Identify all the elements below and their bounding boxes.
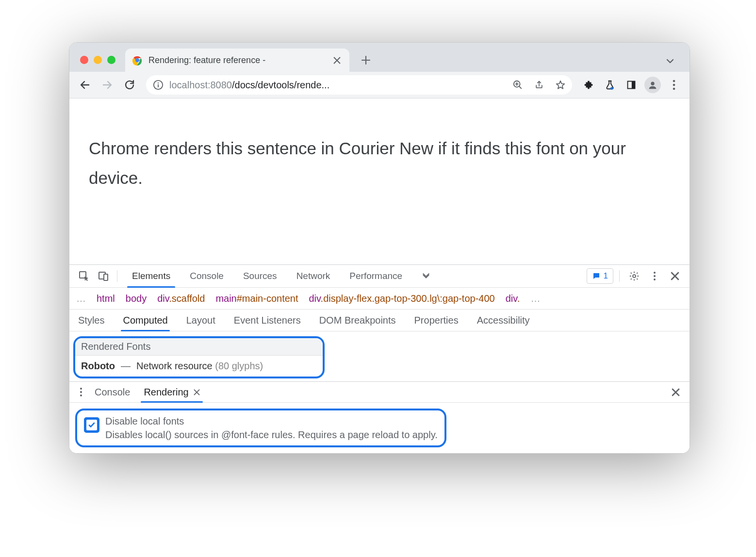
breadcrumb-ellipsis[interactable]: … xyxy=(76,293,86,304)
subtab-dom-breakpoints[interactable]: DOM Breakpoints xyxy=(317,310,398,331)
reload-button[interactable] xyxy=(120,75,139,95)
settings-icon[interactable] xyxy=(625,267,643,285)
disable-local-fonts-option[interactable]: Disable local fonts Disables local() sou… xyxy=(75,409,446,447)
page-text: Chrome renders this sentence in Courier … xyxy=(89,133,670,193)
svg-rect-9 xyxy=(632,82,635,89)
tab-elements[interactable]: Elements xyxy=(122,265,180,287)
svg-rect-16 xyxy=(104,274,108,280)
issues-count: 1 xyxy=(604,271,608,281)
subtab-accessibility[interactable]: Accessibility xyxy=(475,310,532,331)
svg-rect-4 xyxy=(158,84,159,87)
url-text: localhost:8080/docs/devtools/rende... xyxy=(169,80,504,91)
panel-icon[interactable] xyxy=(622,75,641,95)
device-toolbar-button[interactable] xyxy=(95,267,112,285)
svg-point-23 xyxy=(80,394,82,396)
devtools-topbar: Elements Console Sources Network Perform… xyxy=(69,265,690,288)
font-name: Roboto xyxy=(81,360,115,371)
svg-point-13 xyxy=(673,88,675,90)
bookmark-icon[interactable] xyxy=(553,77,568,93)
tab-performance[interactable]: Performance xyxy=(340,265,412,287)
browser-window: Rendering: feature reference - loc xyxy=(69,42,690,454)
tab-console[interactable]: Console xyxy=(180,265,233,287)
avatar-icon xyxy=(644,77,661,93)
profile-button[interactable] xyxy=(643,75,662,95)
address-bar[interactable]: localhost:8080/docs/devtools/rende... xyxy=(146,75,572,95)
window-minimize-button[interactable] xyxy=(94,56,102,64)
issues-badge[interactable]: 1 xyxy=(587,268,613,284)
breadcrumb-item-body[interactable]: body xyxy=(126,293,147,304)
font-glyphs: (80 glyphs) xyxy=(215,360,263,371)
window-close-button[interactable] xyxy=(80,56,88,64)
page-viewport: Chrome renders this sentence in Courier … xyxy=(69,98,690,264)
devtools-close-icon[interactable] xyxy=(666,267,684,285)
drawer-tabs: Console Rendering xyxy=(69,382,690,403)
drawer-close-icon[interactable] xyxy=(672,388,685,396)
devtools-panel: Elements Console Sources Network Perform… xyxy=(69,264,690,453)
devtools-tabs: Elements Console Sources Network Perform… xyxy=(122,265,440,287)
subtab-properties[interactable]: Properties xyxy=(412,310,460,331)
subtab-styles[interactable]: Styles xyxy=(76,310,106,331)
tab-network[interactable]: Network xyxy=(287,265,340,287)
devtools-drawer: Console Rendering xyxy=(69,381,690,453)
zoom-icon[interactable] xyxy=(510,77,526,93)
elements-subtabs: Styles Computed Layout Event Listeners D… xyxy=(69,310,690,331)
subtab-event-listeners[interactable]: Event Listeners xyxy=(232,310,303,331)
window-controls xyxy=(80,56,115,64)
rendered-fonts-panel: Rendered Fonts Roboto—Network resource (… xyxy=(73,336,325,378)
chrome-favicon-icon xyxy=(132,55,143,66)
info-icon[interactable] xyxy=(153,80,164,90)
new-tab-button[interactable] xyxy=(358,52,374,68)
font-source: Network resource xyxy=(136,360,213,371)
toolbar-actions xyxy=(579,75,684,95)
svg-point-20 xyxy=(654,278,656,280)
svg-point-22 xyxy=(80,391,82,393)
breadcrumb-item-div-scaffold[interactable]: div.scaffold xyxy=(157,293,205,304)
browser-menu-button[interactable] xyxy=(664,75,684,95)
browser-toolbar: localhost:8080/docs/devtools/rende... xyxy=(69,72,690,98)
window-maximize-button[interactable] xyxy=(107,56,115,64)
back-button[interactable] xyxy=(75,75,95,95)
breadcrumb-item-html[interactable]: html xyxy=(97,293,115,304)
svg-point-10 xyxy=(651,82,654,85)
tabs-dropdown-button[interactable] xyxy=(665,56,675,66)
dom-breadcrumb[interactable]: … html body div.scaffold main#main-conte… xyxy=(69,288,690,310)
tab-title: Rendering: feature reference - xyxy=(148,55,328,66)
rendered-fonts-title: Rendered Fonts xyxy=(75,338,323,356)
drawer-tab-console[interactable]: Console xyxy=(88,382,137,402)
svg-point-17 xyxy=(633,275,636,278)
breadcrumb-ellipsis-right[interactable]: … xyxy=(530,293,540,304)
option-description: Disables local() sources in @font-face r… xyxy=(105,428,438,442)
forward-button[interactable] xyxy=(98,75,117,95)
option-title: Disable local fonts xyxy=(105,414,438,428)
drawer-tab-rendering[interactable]: Rendering xyxy=(137,382,206,402)
drawer-menu-icon[interactable] xyxy=(74,387,88,397)
devtools-menu-icon[interactable] xyxy=(646,267,663,285)
svg-point-7 xyxy=(610,87,613,90)
subtab-computed[interactable]: Computed xyxy=(121,310,169,331)
svg-point-2 xyxy=(136,59,139,62)
svg-point-19 xyxy=(654,275,656,277)
subtab-layout[interactable]: Layout xyxy=(184,310,217,331)
breadcrumb-item-main[interactable]: main#main-content xyxy=(215,293,298,304)
extensions-icon[interactable] xyxy=(579,75,598,95)
breadcrumb-item-div[interactable]: div. xyxy=(506,293,520,304)
tab-strip: Rendering: feature reference - xyxy=(69,43,690,72)
share-icon[interactable] xyxy=(531,77,547,93)
inspect-element-button[interactable] xyxy=(75,267,93,285)
option-text: Disable local fonts Disables local() sou… xyxy=(105,414,438,442)
tab-close-button[interactable] xyxy=(333,57,341,64)
breadcrumb-item-div-flex[interactable]: div.display-flex.gap-top-300.lg\:gap-top… xyxy=(309,293,495,304)
tab-sources[interactable]: Sources xyxy=(233,265,287,287)
svg-point-12 xyxy=(673,84,675,86)
svg-point-11 xyxy=(673,80,675,82)
drawer-tab-close-icon[interactable] xyxy=(194,389,200,395)
labs-icon[interactable] xyxy=(600,75,620,95)
checkbox-checked-icon[interactable] xyxy=(84,417,99,433)
svg-point-21 xyxy=(80,388,82,390)
svg-rect-5 xyxy=(158,82,159,83)
tab-more[interactable] xyxy=(412,265,440,287)
rendered-fonts-row: Roboto—Network resource (80 glyphs) xyxy=(75,356,323,377)
browser-tab[interactable]: Rendering: feature reference - xyxy=(125,49,349,72)
svg-point-18 xyxy=(654,272,656,274)
